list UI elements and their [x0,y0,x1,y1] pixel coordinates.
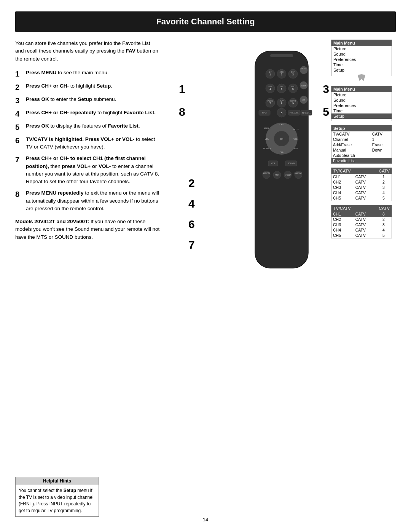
svg-text:VOL+: VOL+ [294,138,299,140]
svg-text:5: 5 [281,88,282,90]
setup-row-adderase: Add/EraseErase [331,142,392,147]
helpful-hints-title: Helpful Hints [16,477,99,485]
svg-text:OK: OK [280,138,284,140]
svg-text:CH-: CH- [280,151,284,153]
menus-column: Main Menu Picture Sound Preferences Time… [331,40,392,238]
favorite-list-screen-1: TV/CATVCATV CH1CATV1 CH2CATV2 CH3CATV3 C… [331,168,392,201]
main-menu-title-2: Main Menu [331,86,392,92]
fav-row-ch3-2: CH3CATV3 [331,222,392,227]
setup-row-favlist: Favorite List [331,158,392,163]
main-menu-screen-2: Main Menu Picture Sound Preferences Time… [331,86,392,121]
setup-menu-screen: Setup TV/CATVCATV Channel1 Add/EraseEras… [331,125,392,164]
fav-row-ch5-1: CH5CATV5 [331,195,392,201]
step-numbers-left-col: 1 8 [179,78,185,123]
step-number-7: 7 [15,155,23,164]
step-5: 5 Press OK to display the features of Fa… [15,122,160,132]
svg-point-64 [295,171,302,179]
right-column: 1 8 2 4 6 7 3 5 [167,40,396,306]
remote-area: 1 8 2 4 6 7 3 5 [167,40,396,306]
svg-text:8: 8 [281,102,282,105]
menu-item-picture-2: Picture [331,92,392,97]
intro-text: You can store five channels you prefer i… [15,40,160,63]
fav-list-header-2: TV/CATVCATV [331,205,392,211]
svg-text:SLEEP: SLEEP [301,85,306,87]
svg-text:SOUND: SOUND [288,162,295,165]
step-number-3: 3 [15,96,23,105]
step-text-7: Press CH+ or CH- to select CH1 (the firs… [26,155,160,185]
step-2: 2 Press CH+ or CH- to highlight Setup. [15,82,160,92]
page-number: 14 [203,517,208,522]
svg-text:GO BACK: GO BACK [263,148,271,150]
step-7: 7 Press CH+ or CH- to select CH1 (the fi… [15,155,160,185]
step-text-8: Press MENU repeatedly to exit the menu o… [26,189,160,212]
fav-list-header-1: TV/CATVCATV [331,168,392,174]
helpful-hints-text: You cannot select the Setup menu if the … [16,485,99,516]
svg-text:INFO/DEL: INFO/DEL [302,112,311,114]
menu-item-setup-1: Setup [331,67,392,73]
svg-text:VOL-: VOL- [265,138,269,140]
svg-text:NOTEPAD: NOTEPAD [263,172,270,174]
page-title: Favorite Channel Setting [15,11,396,32]
step-number-8: 8 [15,190,23,199]
svg-text:CH+: CH+ [279,123,284,126]
fav-row-ch4-2: CH4CATV4 [331,227,392,233]
step-1: 1 Press MENU to see the main menu. [15,69,160,78]
main-menu-title-1: Main Menu [331,40,392,46]
step-numbers-right-col: 3 5 [323,78,329,123]
svg-text:MENU: MENU [264,127,270,129]
step-text-6: TV/CATV is highlighted. Press VOL+ or VO… [26,136,160,151]
svg-text:4: 4 [269,88,271,90]
setup-menu-title: Setup [331,125,392,131]
step-number-2: 2 [15,83,23,92]
step-text-4: Press CH+ or CH- repeatedly to highlight… [26,109,156,117]
step-number-5: 5 [15,123,23,132]
menu-item-preferences-2: Preferences [331,103,392,108]
step-text-3: Press OK to enter the Setup submenu. [26,96,116,103]
setup-row-manual: ManualDown [331,147,392,153]
step-number-6: 6 [15,136,23,145]
step-number-4: 4 [15,109,23,118]
step-8: 8 Press MENU repeatedly to exit the menu… [15,189,160,212]
step-6: 6 TV/CATV is highlighted. Press VOL+ or … [15,136,160,151]
left-column: You can store five channels you prefer i… [15,40,160,306]
menu-item-preferences-1: Preferences [331,57,392,62]
svg-text:CC: CC [302,99,305,101]
svg-text:7: 7 [269,102,271,105]
models-note: Models 20V412T and 20V500T: If you have … [15,218,160,241]
svg-text:ON-OFF: ON-OFF [301,67,307,69]
svg-text:0: 0 [281,112,282,115]
main-menu-screen-1: Main Menu Picture Sound Preferences Time… [331,40,392,76]
svg-text:9: 9 [292,102,294,105]
fav-row-ch2-1: CH2CATV2 [331,179,392,185]
fav-row-ch1-1: CH1CATV1 [331,174,392,179]
svg-text:1: 1 [269,73,271,76]
fav-list-table-2: CH1CATV8 CH2CATV2 CH3CATV3 CH4CATV4 CH5C… [331,211,392,238]
fav-row-ch4-1: CH4CATV4 [331,190,392,195]
setup-row-tvcatv: TV/CATVCATV [331,131,392,137]
svg-text:CAPS: CAPS [275,174,279,176]
svg-text:MTS: MTS [271,162,275,165]
fav-row-ch5-2: CH5CATV5 [331,233,392,238]
helpful-hints-box: Helpful Hints You cannot select the Setu… [15,477,99,517]
svg-text:INSERT: INSERT [285,174,291,176]
remote-control: 1-7 1 ABC 2 DEF 3 ON-OFF GHI [247,47,316,277]
menu-item-setup-2: Setup [331,113,392,119]
menu-item-time-2: Time [331,108,392,113]
fav-row-ch3-1: CH3CATV3 [331,185,392,190]
setup-row-channel: Channel1 [331,137,392,142]
svg-text:CALENDAR: CALENDAR [295,173,303,174]
step-text-1: Press MENU to see the main menu. [26,69,109,77]
svg-text:PRESETS: PRESETS [290,112,299,114]
menu-item-sound-1: Sound [331,51,392,57]
fav-list-table-1: CH1CATV1 CH2CATV2 CH3CATV3 CH4CATV4 CH5C… [331,174,392,201]
step-text-5: Press OK to display the features of Favo… [26,122,140,130]
step-number-1: 1 [15,69,23,78]
setup-table: TV/CATVCATV Channel1 Add/EraseErase Manu… [331,131,392,163]
svg-text:MUTE: MUTE [293,128,299,131]
svg-text:FAV: FAV [294,147,298,150]
svg-text:6: 6 [292,88,294,90]
menu-item-sound-2: Sound [331,97,392,103]
setup-row-autosearch: Auto Search– [331,153,392,158]
svg-text:3: 3 [292,73,294,76]
menu-item-time-1: Time [331,62,392,67]
